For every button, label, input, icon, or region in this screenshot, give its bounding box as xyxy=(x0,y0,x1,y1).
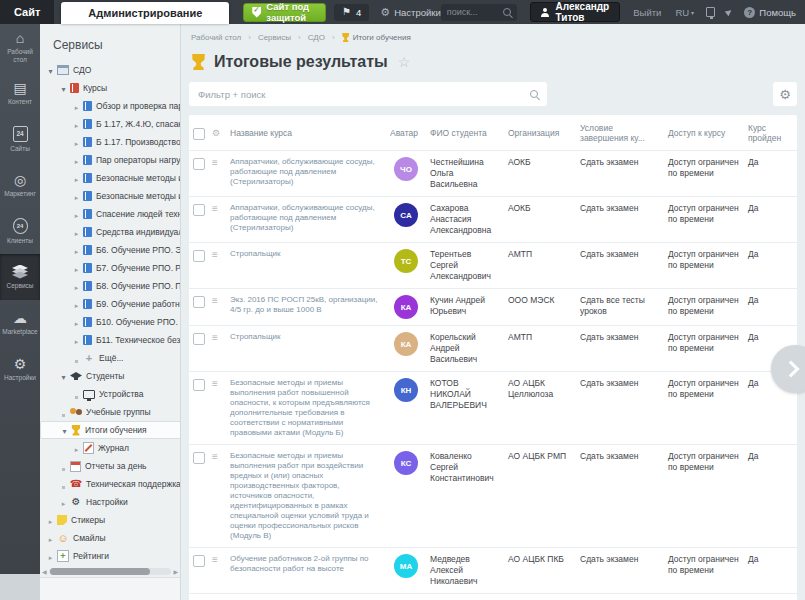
tree-item-ratings[interactable]: Рейтинги xyxy=(40,547,180,565)
scroll-right-icon[interactable]: ▶ xyxy=(173,568,178,575)
breadcrumb-item[interactable]: Итоги обучения xyxy=(342,33,411,42)
tree-item-book-blue[interactable]: Обзор и проверка параметров среды и об xyxy=(40,97,180,115)
row-checkbox[interactable] xyxy=(193,333,205,345)
rail-item-clients[interactable]: 24 Клиенты xyxy=(0,208,40,254)
tree-expand-icon[interactable] xyxy=(71,334,82,347)
row-checkbox[interactable] xyxy=(193,555,205,567)
tree-item-book-blue[interactable]: Спасение людей техника пострадав xyxy=(40,205,180,223)
tree-expand-icon[interactable] xyxy=(71,316,82,329)
row-menu-icon[interactable]: ≡ xyxy=(212,296,230,306)
tree-item-calendar[interactable]: Отчеты за день xyxy=(40,457,180,475)
rail-item-sites[interactable]: 24 Сайты xyxy=(0,116,40,162)
rail-item-marketplace[interactable]: ☁ Marketplace xyxy=(0,300,40,346)
tree-item-book-blue[interactable]: Б 1.17. Производство и потребление xyxy=(40,133,180,151)
tree-expand-icon[interactable] xyxy=(59,424,70,437)
tab-site[interactable]: Сайт xyxy=(0,0,54,24)
column-header[interactable]: Организация xyxy=(508,128,580,138)
table-row[interactable]: ≡ Стропальщик ТС Терентьев Сергей Алекса… xyxy=(189,242,797,288)
tree-item-trophy[interactable]: Итоги обучения xyxy=(40,421,180,439)
tree-item-journal[interactable]: Журнал xyxy=(40,439,180,457)
row-menu-icon[interactable]: ≡ xyxy=(212,250,230,260)
tab-administration[interactable]: Администрирование xyxy=(61,2,229,24)
tree-expand-icon[interactable] xyxy=(71,244,82,257)
tree-expand-icon[interactable] xyxy=(45,514,56,527)
tree-item-devices[interactable]: Устройства xyxy=(40,385,180,403)
rail-item-services[interactable]: Сервисы xyxy=(0,254,40,300)
header-gear-icon[interactable]: ⚙ xyxy=(212,129,230,138)
site-protected-button[interactable]: Сайт под защитой xyxy=(243,3,326,22)
row-checkbox[interactable] xyxy=(193,452,205,464)
row-menu-icon[interactable]: ≡ xyxy=(212,555,230,565)
tree-item-window[interactable]: СДО xyxy=(40,61,180,79)
table-row[interactable]: ≡ Безопасные методы и приемы выполнения … xyxy=(189,371,797,444)
sidebar-scrollbar[interactable]: ◀ ▶ xyxy=(42,567,178,576)
table-row[interactable]: ≡ Аппаратчики, обслуживающие сосуды, раб… xyxy=(189,196,797,242)
tree-item-groups[interactable]: Учебные группы xyxy=(40,403,180,421)
tree-expand-icon[interactable] xyxy=(58,479,69,489)
breadcrumb-item[interactable]: Сервисы xyxy=(258,33,291,42)
course-name-link[interactable]: Аппаратчики, обслуживающие сосуды, работ… xyxy=(230,157,390,187)
desktop-app-icon[interactable] xyxy=(706,7,715,17)
scroll-left-icon[interactable]: ◀ xyxy=(42,568,47,575)
tree-expand-icon[interactable] xyxy=(71,280,82,293)
tree-item-book-blue[interactable]: Безопасные методы и приемы вы xyxy=(40,187,180,205)
course-name-link[interactable]: Экз. 2016 ПС РОСП 25кВ, организации, 4/5… xyxy=(230,295,390,315)
tree-item-book-blue[interactable]: Безопасные методы и приемы безо xyxy=(40,169,180,187)
column-header[interactable]: Условие завершения ку... xyxy=(580,123,668,143)
logout-link[interactable]: Выйти xyxy=(633,7,661,18)
tree-expand-icon[interactable] xyxy=(71,172,82,185)
tree-expand-icon[interactable] xyxy=(71,262,82,275)
scrollbar-track[interactable] xyxy=(49,568,172,575)
help-button[interactable]: ? Помощь xyxy=(744,7,796,18)
row-checkbox[interactable] xyxy=(193,296,205,308)
tree-expand-icon[interactable] xyxy=(71,190,82,203)
language-selector[interactable]: RU ▾ xyxy=(675,7,694,18)
tree-expand-icon[interactable] xyxy=(45,64,56,77)
table-row[interactable]: ≡ Аппаратчики, обслуживающие сосуды, раб… xyxy=(189,150,797,196)
tree-item-phone[interactable]: Техническая поддержка xyxy=(40,475,180,493)
tree-expand-icon[interactable] xyxy=(58,461,69,471)
tree-expand-icon[interactable] xyxy=(71,389,82,399)
column-header[interactable]: Аватар xyxy=(390,128,430,138)
row-checkbox[interactable] xyxy=(193,250,205,262)
tree-item-book-blue[interactable]: Б 1.17, Ж.4.Ю, спасающих и пострадав xyxy=(40,115,180,133)
tree-expand-icon[interactable] xyxy=(71,154,82,167)
tree-expand-icon[interactable] xyxy=(71,298,82,311)
row-menu-icon[interactable]: ≡ xyxy=(212,452,230,462)
course-name-link[interactable]: Стропальщик xyxy=(230,332,390,342)
tree-expand-icon[interactable] xyxy=(71,118,82,131)
topbar-settings-button[interactable]: ⚙ Настройки xyxy=(380,7,440,18)
tree-item-gear-dark[interactable]: Настройки xyxy=(40,493,180,511)
row-checkbox[interactable] xyxy=(193,379,205,391)
course-name-link[interactable]: Аппаратчики, обслуживающие сосуды, работ… xyxy=(230,203,390,233)
tree-item-book-blue[interactable]: Б8. Обучение РПО. Правила безопас xyxy=(40,277,180,295)
tree-expand-icon[interactable] xyxy=(58,82,69,95)
tree-item-plus-gray[interactable]: Ещё... xyxy=(40,349,180,367)
favorite-star-icon[interactable]: ☆ xyxy=(398,54,411,70)
rail-item-content[interactable]: ▤ Контент xyxy=(0,70,40,116)
course-name-link[interactable]: Стропальщик xyxy=(230,249,390,259)
rail-item-home[interactable]: ⌂ Рабочий стол xyxy=(0,24,40,70)
tree-expand-icon[interactable] xyxy=(58,496,69,509)
tree-item-book-blue[interactable]: Б11. Техническое безопасное рабоч xyxy=(40,331,180,349)
breadcrumb-item[interactable]: Рабочий стол xyxy=(191,33,241,42)
row-checkbox[interactable] xyxy=(193,158,205,170)
select-all-checkbox[interactable] xyxy=(193,128,205,140)
table-row[interactable]: ≡ Безопасные методы и приемы выполнения … xyxy=(189,593,797,600)
tree-expand-icon[interactable] xyxy=(45,550,56,563)
column-header[interactable]: Название курса xyxy=(230,128,390,138)
tree-expand-icon[interactable] xyxy=(58,370,69,383)
breadcrumb-item[interactable]: СДО xyxy=(308,33,325,42)
tree-expand-icon[interactable] xyxy=(71,442,82,455)
course-name-link[interactable]: Обучение работников 2-ой группы по безоп… xyxy=(230,554,390,574)
column-header[interactable]: Курс пройден xyxy=(748,123,797,143)
scrollbar-thumb[interactable] xyxy=(50,568,151,575)
tree-item-book-blue[interactable]: Б6. Обучение РПО. Эргономика раб xyxy=(40,241,180,259)
column-header[interactable]: ФИО студента xyxy=(430,128,508,138)
table-row[interactable]: ≡ Безопасные методы и приемы выполнения … xyxy=(189,444,797,547)
tree-item-graduate[interactable]: Студенты xyxy=(40,367,180,385)
tree-item-book-blue[interactable]: Пар операторы нагруженные в разработ xyxy=(40,151,180,169)
row-menu-icon[interactable]: ≡ xyxy=(212,333,230,343)
tree-expand-icon[interactable] xyxy=(58,407,69,417)
tree-item-sticker[interactable]: Стикеры xyxy=(40,511,180,529)
